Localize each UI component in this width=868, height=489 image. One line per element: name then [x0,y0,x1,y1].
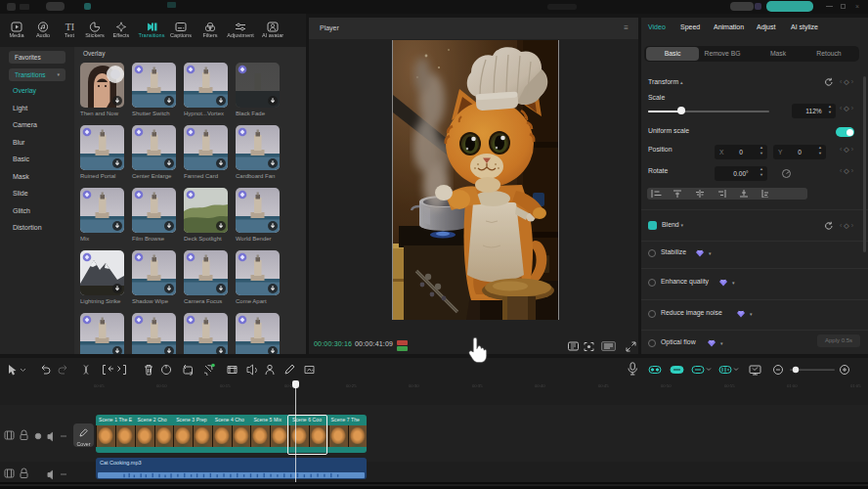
svg-text:Camera Focus: Camera Focus [184,298,222,304]
svg-text:Cardboard Fan: Cardboard Fan [236,173,275,179]
svg-text:Hypnot...Vortex: Hypnot...Vortex [184,111,224,116]
svg-text:Ruined Portal: Ruined Portal [80,173,115,179]
svg-text:Shutter Switch: Shutter Switch [132,111,170,116]
svg-text:Shadow Wipe: Shadow Wipe [132,298,169,304]
svg-text:TI: TI [65,22,73,32]
svg-text:Lightning Strike: Lightning Strike [80,298,121,304]
svg-text:Come Apart: Come Apart [236,298,267,304]
svg-text:Then and Now: Then and Now [80,111,119,116]
svg-text:Fanned Card: Fanned Card [184,173,218,179]
svg-text:Black Fade: Black Fade [236,111,266,116]
svg-text:Mix: Mix [80,236,89,242]
svg-text:Deck Spotlight: Deck Spotlight [184,236,222,242]
svg-text:Center Enlarge: Center Enlarge [132,173,172,179]
svg-text:World Bender: World Bender [236,236,272,242]
svg-text:Overlay: Overlay [83,50,106,58]
svg-text:Film Browse: Film Browse [132,236,165,242]
